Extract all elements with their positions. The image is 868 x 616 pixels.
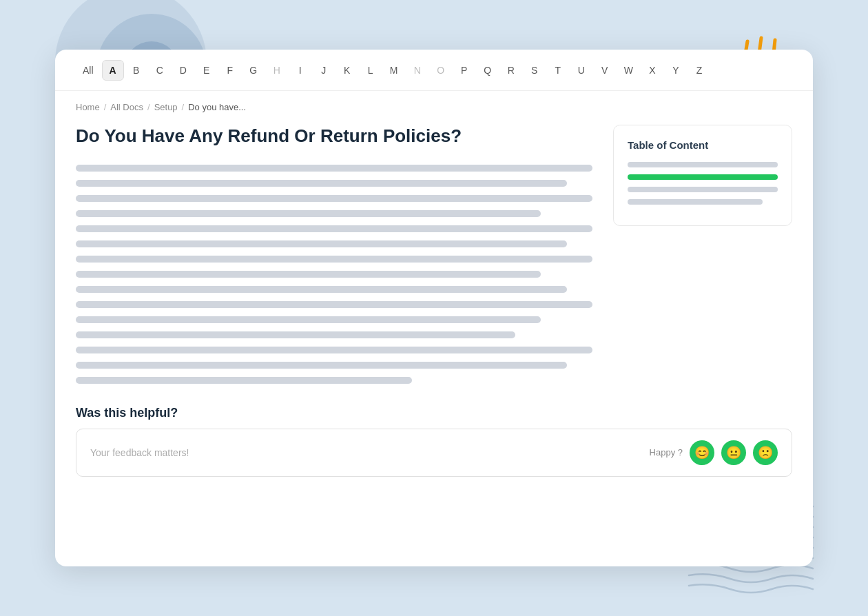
breadcrumb: Home / All Docs / Setup / Do you have... [55,91,813,118]
skeleton-line-10 [76,301,592,308]
breadcrumb-all-docs[interactable]: All Docs [110,102,143,112]
helpful-section: Was this helpful? Your feedback matters!… [55,406,813,477]
toc-line-3[interactable] [628,187,778,192]
emoji-sad-btn[interactable]: 🙁 [753,440,778,465]
nav-item-p[interactable]: P [453,61,475,80]
skeleton-line-5 [76,225,592,232]
skeleton-line-15 [76,377,412,384]
nav-item-t[interactable]: T [547,61,569,80]
nav-item-h: H [266,61,288,80]
content-area: Do You Have Any Refund Or Return Policie… [55,118,813,406]
skeleton-line-1 [76,165,592,172]
nav-item-all[interactable]: All [76,61,101,80]
nav-item-c[interactable]: C [149,61,171,80]
breadcrumb-current: Do you have... [188,102,246,112]
nav-item-q[interactable]: Q [477,61,499,80]
page-title: Do You Have Any Refund Or Return Policie… [76,125,592,148]
nav-item-j[interactable]: J [313,61,335,80]
skeleton-line-7 [76,256,592,263]
breadcrumb-setup[interactable]: Setup [154,102,178,112]
breadcrumb-sep-1: / [104,102,107,112]
nav-item-o: O [430,61,452,80]
nav-item-d[interactable]: D [172,61,194,80]
nav-item-a[interactable]: A [102,60,124,81]
emoji-happy-btn[interactable]: 😊 [690,440,714,465]
happy-label: Happy ? [650,447,683,458]
feedback-box: Your feedback matters! Happy ? 😊 😐 🙁 [76,429,792,477]
nav-item-k[interactable]: K [336,61,358,80]
skeleton-line-2 [76,180,567,187]
skeleton-line-4 [76,210,541,217]
breadcrumb-home[interactable]: Home [76,102,100,112]
helpful-title: Was this helpful? [76,406,792,420]
nav-item-n: N [406,61,428,80]
main-content: Do You Have Any Refund Or Return Policie… [76,125,592,392]
nav-item-l[interactable]: L [360,61,382,80]
skeleton-line-14 [76,362,567,369]
emoji-neutral-btn[interactable]: 😐 [721,440,746,465]
nav-item-i[interactable]: I [289,61,311,80]
toc-line-1[interactable] [628,162,778,167]
skeleton-line-8 [76,271,541,278]
nav-item-v[interactable]: V [594,61,616,80]
feedback-placeholder: Your feedback matters! [90,447,189,458]
nav-item-f[interactable]: F [219,61,241,80]
nav-item-r[interactable]: R [500,61,522,80]
skeleton-line-3 [76,195,592,202]
toc-line-2-active[interactable] [628,174,778,180]
nav-item-x[interactable]: X [641,61,663,80]
skeleton-line-13 [76,347,592,353]
toc-line-4[interactable] [628,199,763,205]
nav-item-w[interactable]: W [617,61,640,80]
nav-item-u[interactable]: U [570,61,592,80]
skeleton-line-9 [76,286,567,293]
main-card: All ABCDEFGHIJKLMNOPQRSTUVWXYZ Home / Al… [55,50,813,566]
toc-panel: Table of Content [613,125,792,226]
feedback-right: Happy ? 😊 😐 🙁 [650,440,778,465]
nav-item-y[interactable]: Y [665,61,687,80]
skeleton-line-6 [76,240,567,247]
skeleton-line-12 [76,331,515,338]
nav-item-e[interactable]: E [196,61,218,80]
breadcrumb-sep-2: / [147,102,150,112]
skeleton-line-11 [76,316,541,323]
nav-item-z[interactable]: Z [688,61,710,80]
alphabet-nav: All ABCDEFGHIJKLMNOPQRSTUVWXYZ [55,50,813,91]
nav-item-b[interactable]: B [125,61,147,80]
toc-title: Table of Content [628,139,778,151]
nav-item-g[interactable]: G [242,61,265,80]
nav-item-m[interactable]: M [383,61,405,80]
breadcrumb-sep-3: / [182,102,185,112]
nav-item-s[interactable]: S [524,61,546,80]
